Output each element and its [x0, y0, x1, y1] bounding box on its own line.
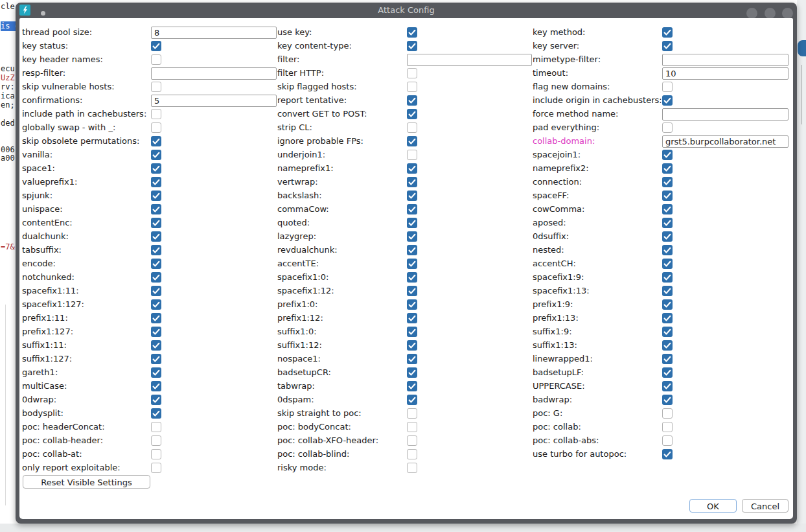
checkbox-unchecked[interactable] — [407, 150, 417, 160]
checkbox-checked[interactable] — [151, 163, 161, 174]
checkbox-checked[interactable] — [407, 218, 417, 228]
checkbox-unchecked[interactable] — [662, 435, 673, 446]
checkbox-checked[interactable] — [662, 340, 673, 351]
checkbox-checked[interactable] — [662, 191, 673, 201]
checkbox-checked[interactable] — [407, 191, 417, 201]
checkbox-checked[interactable] — [662, 395, 673, 405]
checkbox-checked[interactable] — [662, 245, 673, 255]
text-field[interactable] — [151, 67, 277, 80]
checkbox-checked[interactable] — [662, 95, 673, 106]
checkbox-checked[interactable] — [662, 177, 673, 187]
checkbox-checked[interactable] — [407, 286, 417, 296]
checkbox-unchecked[interactable] — [151, 422, 161, 432]
checkbox-checked[interactable] — [407, 109, 417, 119]
checkbox-checked[interactable] — [407, 245, 417, 255]
checkbox-checked[interactable] — [151, 340, 161, 351]
checkbox-checked[interactable] — [151, 218, 161, 228]
checkbox-unchecked[interactable] — [151, 435, 161, 446]
checkbox-checked[interactable] — [151, 191, 161, 201]
text-field[interactable] — [662, 54, 789, 66]
checkbox-checked[interactable] — [151, 327, 161, 337]
checkbox-checked[interactable] — [407, 41, 417, 51]
checkbox-checked[interactable] — [151, 231, 161, 242]
checkbox-checked[interactable] — [662, 27, 673, 38]
checkbox-checked[interactable] — [662, 299, 673, 310]
checkbox-unchecked[interactable] — [407, 408, 417, 419]
checkbox-unchecked[interactable] — [407, 122, 417, 133]
checkbox-checked[interactable] — [151, 259, 161, 269]
checkbox-unchecked[interactable] — [662, 122, 673, 133]
checkbox-unchecked[interactable] — [151, 449, 161, 459]
checkbox-checked[interactable] — [407, 313, 417, 323]
reset-visible-settings-button[interactable]: Reset Visible Settings — [23, 475, 150, 489]
checkbox-checked[interactable] — [662, 313, 673, 323]
checkbox-checked[interactable] — [407, 177, 417, 187]
checkbox-checked[interactable] — [151, 150, 161, 160]
titlebar[interactable]: Attack Config — [16, 3, 797, 18]
checkbox-checked[interactable] — [151, 313, 161, 323]
checkbox-checked[interactable] — [407, 340, 417, 351]
checkbox-checked[interactable] — [407, 163, 417, 174]
checkbox-checked[interactable] — [407, 95, 417, 106]
text-field[interactable] — [662, 67, 789, 80]
checkbox-checked[interactable] — [662, 231, 673, 242]
checkbox-checked[interactable] — [662, 41, 673, 51]
checkbox-checked[interactable] — [662, 354, 673, 364]
checkbox-unchecked[interactable] — [151, 122, 161, 133]
ok-button[interactable]: OK — [689, 499, 737, 513]
checkbox-checked[interactable] — [151, 367, 161, 378]
checkbox-checked[interactable] — [151, 408, 161, 419]
checkbox-checked[interactable] — [407, 395, 417, 405]
checkbox-unchecked[interactable] — [151, 463, 161, 473]
checkbox-checked[interactable] — [151, 177, 161, 187]
text-field[interactable] — [151, 27, 277, 39]
checkbox-unchecked[interactable] — [407, 82, 417, 92]
checkbox-unchecked[interactable] — [407, 68, 417, 78]
checkbox-checked[interactable] — [407, 27, 417, 38]
checkbox-checked[interactable] — [151, 395, 161, 405]
text-field[interactable] — [151, 95, 277, 107]
checkbox-checked[interactable] — [662, 449, 673, 459]
checkbox-checked[interactable] — [407, 354, 417, 364]
checkbox-checked[interactable] — [662, 381, 673, 391]
checkbox-checked[interactable] — [662, 163, 673, 174]
checkbox-checked[interactable] — [151, 286, 161, 296]
checkbox-checked[interactable] — [662, 204, 673, 214]
checkbox-checked[interactable] — [407, 381, 417, 391]
window-minimize-button[interactable] — [746, 8, 757, 19]
text-field[interactable] — [662, 108, 789, 121]
checkbox-checked[interactable] — [151, 299, 161, 310]
checkbox-checked[interactable] — [151, 381, 161, 391]
checkbox-unchecked[interactable] — [407, 463, 417, 473]
checkbox-checked[interactable] — [151, 204, 161, 214]
checkbox-checked[interactable] — [407, 204, 417, 214]
checkbox-unchecked[interactable] — [151, 82, 161, 92]
text-field[interactable] — [407, 54, 532, 66]
checkbox-checked[interactable] — [407, 231, 417, 242]
checkbox-checked[interactable] — [151, 245, 161, 255]
checkbox-checked[interactable] — [407, 136, 417, 146]
checkbox-unchecked[interactable] — [151, 54, 161, 65]
window-maximize-button[interactable] — [765, 8, 776, 19]
checkbox-checked[interactable] — [662, 327, 673, 337]
checkbox-unchecked[interactable] — [407, 449, 417, 459]
checkbox-checked[interactable] — [151, 136, 161, 146]
checkbox-unchecked[interactable] — [662, 82, 673, 92]
checkbox-unchecked[interactable] — [407, 422, 417, 432]
checkbox-unchecked[interactable] — [662, 422, 673, 432]
checkbox-unchecked[interactable] — [151, 109, 161, 119]
checkbox-checked[interactable] — [662, 218, 673, 228]
checkbox-checked[interactable] — [151, 272, 161, 283]
window-close-button[interactable] — [782, 8, 793, 19]
checkbox-checked[interactable] — [407, 272, 417, 283]
checkbox-checked[interactable] — [662, 272, 673, 283]
checkbox-checked[interactable] — [662, 150, 673, 160]
checkbox-checked[interactable] — [662, 367, 673, 378]
checkbox-checked[interactable] — [151, 41, 161, 51]
checkbox-checked[interactable] — [407, 299, 417, 310]
checkbox-checked[interactable] — [151, 354, 161, 364]
checkbox-checked[interactable] — [407, 367, 417, 378]
text-field[interactable] — [662, 135, 789, 148]
checkbox-checked[interactable] — [662, 286, 673, 296]
checkbox-checked[interactable] — [407, 259, 417, 269]
